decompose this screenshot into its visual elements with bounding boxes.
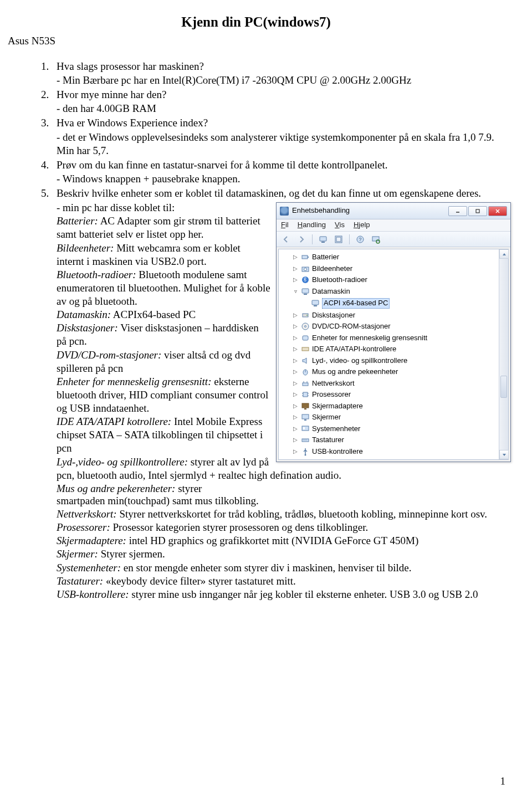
- tree-item-label[interactable]: Diskstasjoner: [312, 311, 355, 320]
- tree-item[interactable]: ▷Bluetooth-radioer: [282, 274, 508, 286]
- tree-item[interactable]: ▷Batterier: [282, 252, 508, 263]
- expand-icon[interactable]: ▷: [292, 276, 299, 283]
- tree-item-label[interactable]: Enheter for menneskelig grensesnitt: [312, 334, 427, 343]
- svg-text:?: ?: [359, 237, 361, 242]
- expand-icon[interactable]: ▷: [292, 357, 299, 364]
- tree-item-label[interactable]: Skjermer: [312, 413, 341, 422]
- device-tree[interactable]: ▷Batterier▷Bildeenheter▷Bluetooth-radioe…: [279, 250, 508, 458]
- scroll-thumb[interactable]: [500, 376, 507, 398]
- svg-rect-38: [304, 408, 306, 409]
- expand-icon[interactable]: ▷: [292, 391, 299, 398]
- expand-icon[interactable]: ▷: [292, 368, 299, 375]
- expand-icon[interactable]: ▷: [292, 312, 299, 319]
- tree-item[interactable]: ▷Systemenheter: [282, 423, 508, 435]
- svg-point-22: [306, 315, 308, 316]
- device-desc: Tastaturer: «keybody device filter» styr…: [57, 575, 505, 588]
- minimize-button[interactable]: [448, 206, 467, 216]
- tree-item[interactable]: ▷Diskstasjoner: [282, 310, 508, 321]
- expand-icon[interactable]: ▷: [292, 448, 299, 455]
- tree-item[interactable]: ▷Bildeenheter: [282, 263, 508, 275]
- tree-item-label[interactable]: DVD/CD-ROM-stasjoner: [312, 322, 391, 331]
- tree-item-label[interactable]: Datamaskin: [312, 287, 350, 296]
- toolbar-back-icon[interactable]: [280, 233, 292, 245]
- svg-rect-4: [320, 237, 326, 241]
- menu-handling[interactable]: Handling: [298, 221, 326, 230]
- menu-view[interactable]: Vis: [335, 221, 345, 230]
- tree-item[interactable]: ▷USB-kontrollere: [282, 446, 508, 458]
- scroll-up-button[interactable]: [499, 249, 509, 259]
- tree-item[interactable]: ACPI x64-based PC: [282, 297, 508, 310]
- system-icon: [301, 424, 310, 433]
- expand-icon[interactable]: ▷: [292, 414, 299, 421]
- tree-item[interactable]: ▷Lyd-, video- og spillkontrollere: [282, 355, 508, 367]
- expand-icon[interactable]: ▷: [292, 254, 299, 260]
- tree-item[interactable]: ▷Nettverkskort: [282, 378, 508, 390]
- expand-icon[interactable]: ▷: [292, 265, 299, 272]
- device-desc: Prosessorer: Prosessor kategorien styrer…: [57, 521, 505, 534]
- expand-icon: [302, 300, 309, 306]
- vertical-scrollbar[interactable]: [499, 249, 508, 459]
- expand-icon[interactable]: ▷: [292, 335, 299, 341]
- tree-item[interactable]: ▷IDE ATA/ATAPI-kontrollere: [282, 344, 508, 355]
- device-desc: Skjermadaptere: intel HD graphics og gra…: [57, 534, 505, 547]
- toolbar-scan-icon[interactable]: [370, 233, 382, 245]
- tree-item[interactable]: ▷Mus og andre pekeenheter: [282, 366, 508, 378]
- tree-item[interactable]: ▷Prosessorer: [282, 389, 508, 401]
- tree-item-label[interactable]: Systemenheter: [312, 424, 360, 434]
- question-number: 1.: [41, 60, 57, 73]
- device-desc: USB-kontrollere: styrer mine usb inngang…: [57, 588, 505, 601]
- tree-item-label[interactable]: Mus og andre pekeenheter: [312, 367, 398, 377]
- tree-item-label[interactable]: USB-kontrollere: [312, 447, 363, 457]
- computer-icon: [301, 287, 310, 296]
- expand-icon[interactable]: ▷: [292, 380, 299, 387]
- svg-rect-17: [302, 289, 309, 293]
- usb-icon: [301, 447, 310, 456]
- tree-item-label[interactable]: Lyd-, video- og spillkontrollere: [312, 356, 407, 366]
- svg-point-15: [304, 268, 307, 270]
- expand-icon[interactable]: ▷: [292, 426, 299, 432]
- question-number: 3.: [41, 116, 57, 130]
- tree-item-label[interactable]: Batterier: [312, 253, 339, 262]
- tree-item[interactable]: ▷Skjermer: [282, 412, 508, 423]
- tree-item[interactable]: ▷Enheter for menneskelig grensesnitt: [282, 332, 508, 344]
- tree-item-label[interactable]: IDE ATA/ATAPI-kontrollere: [312, 345, 396, 354]
- svg-rect-42: [303, 427, 305, 429]
- tree-item-label[interactable]: Tastaturer: [312, 436, 344, 445]
- tree-item-label[interactable]: Nettverkskort: [312, 379, 355, 388]
- maximize-button[interactable]: [468, 206, 487, 216]
- expand-icon[interactable]: ▷: [292, 323, 299, 330]
- tree-item[interactable]: ▷Skjermadaptere: [282, 401, 508, 412]
- tree-item-label[interactable]: ACPI x64-based PC: [322, 298, 390, 309]
- expand-icon[interactable]: ▷: [292, 346, 299, 352]
- dvd-icon: [301, 322, 310, 331]
- expand-icon[interactable]: ▷: [292, 403, 299, 409]
- tree-item-label[interactable]: Prosessorer: [312, 390, 351, 400]
- scroll-down-button[interactable]: [499, 450, 509, 459]
- toolbar-help-icon[interactable]: ?: [354, 233, 366, 245]
- titlebar[interactable]: Enhetsbehandling: [277, 203, 510, 219]
- toolbar-refresh-icon[interactable]: [332, 233, 345, 245]
- tree-item-label[interactable]: Bildeenheter: [312, 264, 352, 274]
- close-button[interactable]: [488, 206, 507, 216]
- menu-file[interactable]: Fil: [281, 221, 289, 230]
- tree-item[interactable]: ▿Datamaskin: [282, 286, 508, 298]
- computer-icon: [311, 299, 320, 308]
- tree-item[interactable]: ▷DVD/CD-ROM-stasjoner: [282, 321, 508, 332]
- menu-help[interactable]: Hjelp: [354, 221, 370, 230]
- answer-text: - Windows knappen + pausebrake knappen.: [57, 172, 505, 186]
- toolbar-computer-icon[interactable]: [317, 233, 329, 245]
- svg-rect-12: [302, 255, 308, 259]
- toolbar: ?: [277, 232, 510, 247]
- bt-icon: [301, 275, 310, 284]
- svg-rect-7: [336, 237, 341, 242]
- display-icon: [301, 402, 310, 411]
- tree-item[interactable]: ▷Tastaturer: [282, 434, 508, 446]
- expand-icon[interactable]: ▷: [292, 437, 299, 443]
- svg-rect-32: [303, 392, 308, 397]
- toolbar-forward-icon[interactable]: [295, 233, 308, 245]
- expand-icon[interactable]: ▿: [292, 288, 299, 295]
- svg-rect-25: [303, 336, 308, 340]
- tree-item-label[interactable]: Bluetooth-radioer: [312, 275, 367, 285]
- tree-item-label[interactable]: Skjermadaptere: [312, 402, 363, 411]
- net-icon: [301, 379, 310, 388]
